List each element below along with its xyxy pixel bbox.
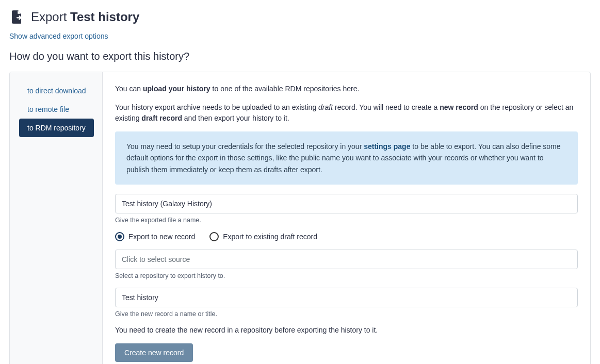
export-filename-input[interactable] xyxy=(115,194,578,213)
record-name-help: Give the new record a name or title. xyxy=(115,310,578,318)
advanced-options-link[interactable]: Show advanced export options xyxy=(9,32,108,40)
radio-unchecked-icon xyxy=(209,232,219,241)
settings-page-link[interactable]: settings page xyxy=(364,142,410,151)
page-header: Export Test history xyxy=(9,9,591,25)
sidebar-item-direct-download[interactable]: to direct download xyxy=(19,81,94,100)
export-method-sidebar: to direct download to remote file to RDM… xyxy=(10,72,103,364)
radio-new-record[interactable]: Export to new record xyxy=(115,232,195,241)
source-select[interactable]: Click to select source xyxy=(115,250,578,269)
source-help: Select a repository to export history to… xyxy=(115,272,578,279)
record-name-input[interactable] xyxy=(115,288,578,307)
intro-text: You can upload your history to one of th… xyxy=(115,84,578,95)
export-panel: to direct download to remote file to RDM… xyxy=(9,72,591,364)
sidebar-item-rdm-repository[interactable]: to RDM repository xyxy=(19,119,94,137)
draft-record-text: Your history export archive needs to be … xyxy=(115,102,578,124)
radio-existing-record[interactable]: Export to existing draft record xyxy=(209,232,317,241)
page-title: Export Test history xyxy=(31,10,139,24)
export-prompt: How do you want to export this history? xyxy=(9,51,591,62)
export-content: You can upload your history to one of th… xyxy=(103,72,590,364)
create-new-record-button[interactable]: Create new record xyxy=(115,343,193,362)
filename-help: Give the exported file a name. xyxy=(115,217,578,224)
radio-checked-icon xyxy=(115,232,124,241)
export-target-radio-group: Export to new record Export to existing … xyxy=(115,232,578,241)
radio-new-record-label: Export to new record xyxy=(128,233,195,241)
export-file-icon xyxy=(9,9,25,25)
credentials-info-box: You may need to setup your credentials f… xyxy=(115,131,578,185)
sidebar-item-remote-file[interactable]: to remote file xyxy=(19,100,77,119)
create-record-note: You need to create the new record in a r… xyxy=(115,326,578,334)
radio-existing-record-label: Export to existing draft record xyxy=(223,233,317,241)
